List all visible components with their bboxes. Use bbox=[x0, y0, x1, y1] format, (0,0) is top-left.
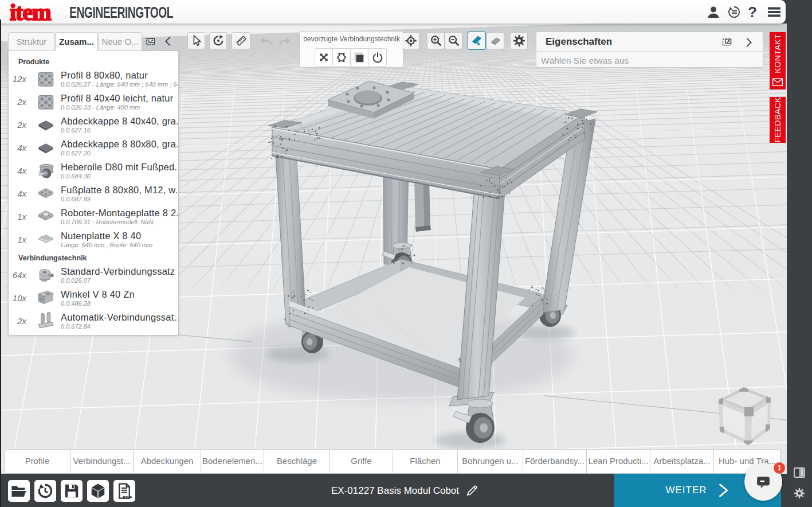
svg-text:PDF: PDF bbox=[123, 495, 132, 500]
